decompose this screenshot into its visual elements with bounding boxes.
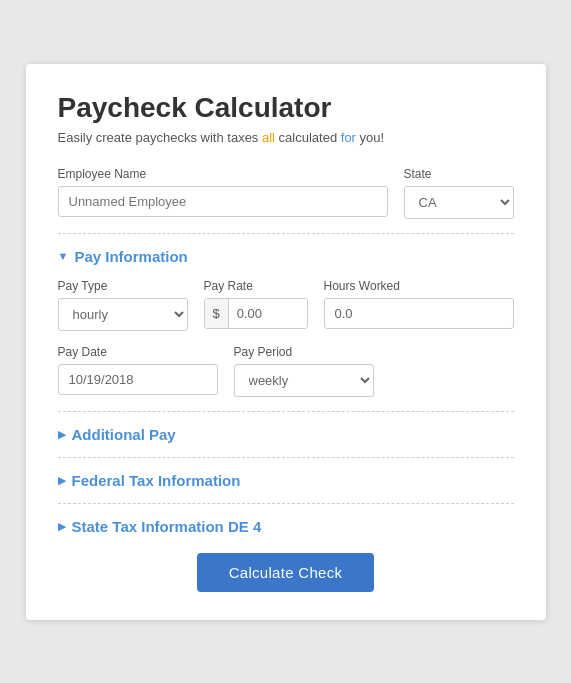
calculate-button[interactable]: Calculate Check xyxy=(197,553,375,592)
pay-information-title: Pay Information xyxy=(74,248,187,265)
divider-1 xyxy=(58,233,514,234)
state-label: State xyxy=(404,167,514,181)
state-tax-title: State Tax Information DE 4 xyxy=(72,518,262,535)
federal-tax-title: Federal Tax Information xyxy=(72,472,241,489)
hours-worked-group: Hours Worked xyxy=(324,279,514,331)
hours-worked-input[interactable] xyxy=(324,298,514,329)
pay-type-select[interactable]: hourly salary xyxy=(58,298,188,331)
state-group: State CA AL AK AZ AR CO CT DE FL GA xyxy=(404,167,514,219)
pay-rate-dollar: $ xyxy=(205,299,229,328)
pay-rate-group: Pay Rate $ xyxy=(204,279,308,331)
pay-row-2: Pay Date Pay Period weekly bi-weekly sem… xyxy=(58,345,514,397)
pay-information-arrow: ▼ xyxy=(58,250,69,262)
pay-type-label: Pay Type xyxy=(58,279,188,293)
pay-information-header[interactable]: ▼ Pay Information xyxy=(58,248,514,265)
divider-2 xyxy=(58,411,514,412)
divider-4 xyxy=(58,503,514,504)
pay-period-group: Pay Period weekly bi-weekly semi-monthly… xyxy=(234,345,374,397)
pay-period-label: Pay Period xyxy=(234,345,374,359)
employee-name-group: Employee Name xyxy=(58,167,388,219)
pay-rate-input[interactable] xyxy=(229,299,307,328)
pay-type-group: Pay Type hourly salary xyxy=(58,279,188,331)
pay-row-1: Pay Type hourly salary Pay Rate $ Hours … xyxy=(58,279,514,331)
subtitle: Easily create paychecks with taxes all c… xyxy=(58,130,514,145)
state-tax-arrow: ▶ xyxy=(58,520,66,533)
additional-pay-arrow: ▶ xyxy=(58,428,66,441)
state-select[interactable]: CA AL AK AZ AR CO CT DE FL GA xyxy=(404,186,514,219)
pay-rate-input-wrap: $ xyxy=(204,298,308,329)
subtitle-middle: calculated xyxy=(275,130,341,145)
pay-period-select[interactable]: weekly bi-weekly semi-monthly monthly xyxy=(234,364,374,397)
employee-row: Employee Name State CA AL AK AZ AR CO CT… xyxy=(58,167,514,219)
pay-date-group: Pay Date xyxy=(58,345,218,397)
subtitle-text: Easily create paychecks with taxes xyxy=(58,130,262,145)
employee-name-label: Employee Name xyxy=(58,167,388,181)
subtitle-for: for xyxy=(341,130,356,145)
pay-date-label: Pay Date xyxy=(58,345,218,359)
hours-worked-label: Hours Worked xyxy=(324,279,514,293)
additional-pay-title: Additional Pay xyxy=(72,426,176,443)
subtitle-end: you! xyxy=(356,130,384,145)
divider-3 xyxy=(58,457,514,458)
federal-tax-header[interactable]: ▶ Federal Tax Information xyxy=(58,472,514,489)
employee-name-input[interactable] xyxy=(58,186,388,217)
page-title: Paycheck Calculator xyxy=(58,92,514,124)
calculator-card: Paycheck Calculator Easily create payche… xyxy=(26,64,546,620)
federal-tax-arrow: ▶ xyxy=(58,474,66,487)
subtitle-all: all xyxy=(262,130,275,145)
pay-date-input[interactable] xyxy=(58,364,218,395)
additional-pay-header[interactable]: ▶ Additional Pay xyxy=(58,426,514,443)
pay-rate-label: Pay Rate xyxy=(204,279,308,293)
state-tax-header[interactable]: ▶ State Tax Information DE 4 xyxy=(58,518,514,535)
